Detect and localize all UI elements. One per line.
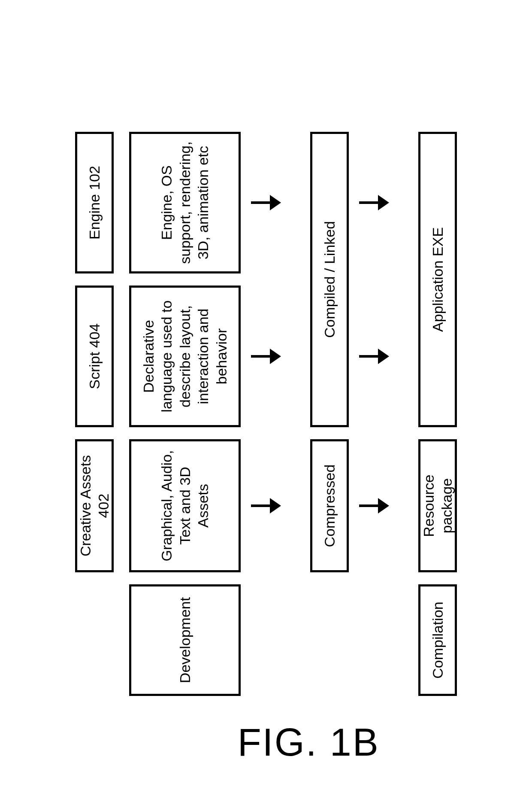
arrow-down-icon [364,132,403,273]
output-application-exe: Application EXE [418,132,457,427]
desc-engine: Engine, OS support, rendering, 3D, anima… [129,132,241,273]
stage-compilation: Compilation [418,584,457,696]
process-compiled-linked: Compiled / Linked [310,132,349,427]
header-engine: Engine 102 [75,132,114,273]
stage-development: Development [129,584,241,696]
desc-assets: Graphical, Audio, Text and 3D Assets [129,439,241,572]
arrow-down-icon [256,439,295,572]
desc-script: Declarative language used to describe la… [129,286,241,427]
arrow-down-icon [256,132,295,273]
arrow-down-icon [364,439,403,572]
arrow-down-icon [256,286,295,427]
figure-label: FIG. 1B [238,720,380,765]
output-resource-package: Resource package [418,439,457,572]
flowchart-grid: Creative Assets 402 Script 404 Engine 10… [75,103,457,696]
arrow-down-icon [364,286,403,427]
process-compressed: Compressed [310,439,349,572]
header-creative-assets: Creative Assets 402 [75,439,114,572]
header-script: Script 404 [75,286,114,427]
diagram-container: Creative Assets 402 Script 404 Engine 10… [75,103,457,696]
